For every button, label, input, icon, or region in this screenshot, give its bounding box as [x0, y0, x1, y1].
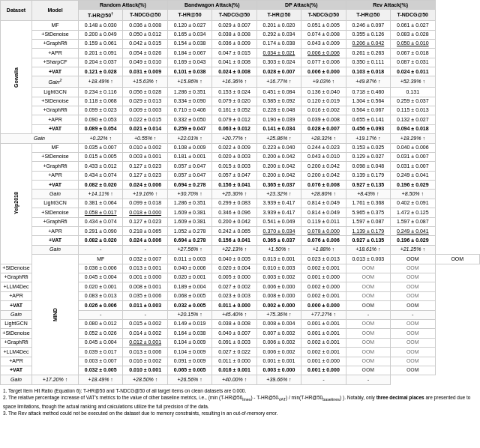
cell: +23.32% ↑: [256, 190, 301, 199]
cell: +45.40% ↑: [212, 310, 256, 319]
cell: 0.013 ± 0.006: [123, 348, 167, 357]
cell: 0.079 ± 0.020: [212, 97, 256, 106]
cell: +26.56% ↑: [167, 375, 212, 384]
cell: 0.196 ± 0.029: [391, 236, 435, 245]
cell: 0.451 ± 0.084: [256, 88, 301, 97]
bw-thr: T-HR@50: [167, 10, 212, 21]
cell: 0.127 ± 0.023: [123, 162, 167, 171]
cell: 0.249 ± 0.041: [391, 227, 435, 236]
model-label: +VAT: [32, 124, 79, 133]
cell: 0.121 ± 0.028: [79, 67, 123, 76]
cell: OOM: [391, 366, 435, 375]
cell: 0.015 ± 0.005: [79, 152, 123, 161]
cell: 0.013 ± 0.001: [123, 264, 167, 273]
cell: 0.006 ± 0.002: [256, 348, 301, 357]
cell: +0.55% ↑: [123, 134, 167, 143]
cell: 0.057 ± 0.047: [167, 162, 212, 171]
cell: 0.040 ± 0.006: [167, 264, 212, 273]
cell: OOM: [391, 348, 435, 357]
cell: 0.381 ± 0.064: [79, 199, 123, 208]
table-row: LightGCN 0.381 ± 0.064 0.099 ± 0.018 1.2…: [1, 199, 480, 208]
model-label: +GraphRfi: [1, 338, 32, 347]
cell: 0.103 ± 0.018: [346, 67, 390, 76]
cell: 0.001 ± 0.000: [302, 273, 346, 282]
cell: 0.402 ± 0.091: [391, 199, 435, 208]
random-tndcg: T-NDCG@50: [123, 10, 167, 21]
cell: 0.015 ± 0.003: [212, 162, 256, 171]
cell: 0.002 ± 0.001: [302, 264, 346, 273]
cell: 0.014 ± 0.002: [123, 329, 167, 338]
model-label: Gain: [32, 190, 79, 199]
cell: 0.076 ± 0.006: [302, 236, 346, 245]
cell: 0.189 ± 0.004: [167, 282, 212, 291]
vat-row-gowalla-lgcn: +VAT 0.089 ± 0.054 0.021 ± 0.014 0.259 ±…: [1, 124, 480, 133]
cell: 0.153 ± 0.025: [346, 143, 390, 152]
model-label: +GraphRfi: [1, 273, 32, 282]
cell: 0.201 ± 0.020: [256, 21, 301, 30]
cell: -: [123, 310, 167, 319]
table-row: +APR 0.090 ± 0.053 0.022 ± 0.015 0.332 ±…: [1, 115, 480, 124]
cell: 0.200 ± 0.042: [302, 171, 346, 180]
cell: OOM: [391, 264, 435, 273]
cell: 0.016 ± 0.002: [302, 106, 346, 115]
cell: 1.286 ± 0.351: [167, 199, 212, 208]
cell: 0.184 ± 0.067: [167, 49, 212, 58]
model-label: Gain: [1, 310, 32, 319]
cell: 0.010 ± 0.002: [123, 143, 167, 152]
cell: 0.036 ± 0.008: [123, 21, 167, 30]
cell: OOM: [391, 301, 435, 310]
cell: 0.090 ± 0.053: [79, 115, 123, 124]
cell: 0.020 ± 0.001: [79, 282, 123, 291]
model-label: MF: [32, 21, 79, 30]
cell: 0.196 ± 0.029: [391, 181, 435, 190]
cell: OOM: [346, 301, 390, 310]
cell: 0.246 ± 0.097: [346, 21, 390, 30]
cell: 0.206 ± 0.042: [346, 39, 390, 48]
cell oom: OOM: [435, 255, 480, 264]
cell: 0.434 ± 0.074: [79, 217, 123, 226]
cell: 0.098 ± 0.048: [346, 162, 390, 171]
cell: 0.228 ± 0.048: [256, 106, 301, 115]
cell: 0.082 ± 0.020: [79, 236, 123, 245]
cell: 1.609 ± 0.381: [167, 208, 212, 217]
cell: 0.091 ± 0.003: [212, 338, 256, 347]
cell: 0.003 ± 0.000: [256, 366, 301, 375]
cell: OOM: [346, 319, 390, 328]
cell: +22.01% ↑: [167, 134, 212, 143]
model-label: +VAT: [32, 181, 79, 190]
cell: 0.291 ± 0.090: [79, 227, 123, 236]
cell: 0.201 ± 0.091: [79, 49, 123, 58]
cell: 0.082 ± 0.020: [79, 181, 123, 190]
table-row: +GraphRfi 0.159 ± 0.061 0.042 ± 0.015 0.…: [1, 39, 480, 48]
cell: OOM: [346, 338, 390, 347]
bw-tndcg: T-NDCG@50: [212, 10, 256, 21]
cell: 0.136 ± 0.040: [302, 88, 346, 97]
model-label: +StDenoise: [1, 329, 32, 338]
cell: +16.36% ↑: [212, 76, 256, 88]
table-row: +SharpCF 0.204 ± 0.037 0.049 ± 0.010 0.1…: [1, 58, 480, 67]
random-thr: T-HR@50†: [79, 10, 123, 21]
cell: +18.29% ↑: [391, 134, 435, 143]
cell: 1.139 ± 0.179: [346, 227, 390, 236]
cell: OOM: [346, 348, 390, 357]
cell: 0.002 ± 0.000: [256, 301, 301, 310]
cell: 0.169 ± 0.043: [167, 58, 212, 67]
table-row: LightGCN 0.234 ± 0.116 0.056 ± 0.028 1.2…: [1, 88, 480, 97]
model-label: Gain2: [32, 76, 79, 88]
model-label: +VAT: [32, 67, 79, 76]
cell: 0.029 ± 0.013: [123, 97, 167, 106]
model-label: +VAT: [1, 301, 32, 310]
model-label: +APR: [32, 227, 79, 236]
cell: 0.149 ± 0.019: [167, 319, 212, 328]
cell: 0.434 ± 0.074: [79, 171, 123, 180]
cell: 0.001 ± 0.001: [302, 319, 346, 328]
cell: 0.710 ± 0.406: [167, 106, 212, 115]
model-label: LightGCN: [1, 319, 32, 328]
bandwagon-attack-header: Bandwagon Attack(%): [167, 1, 256, 10]
cell: 0.154 ± 0.038: [167, 39, 212, 48]
cell: 0.927 ± 0.135: [346, 181, 390, 190]
cell: 0.024 ± 0.008: [212, 67, 256, 76]
cell: +20.77% ↑: [212, 134, 256, 143]
cell: 0.001 ± 0.000: [123, 273, 167, 282]
cell: 0.131: [391, 88, 435, 97]
